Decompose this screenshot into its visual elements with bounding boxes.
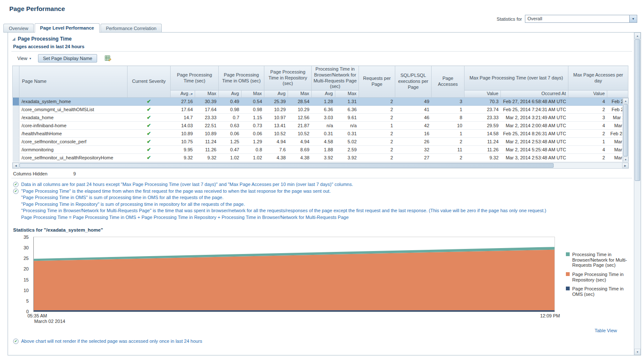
table-cell: 2 — [359, 98, 395, 106]
row-selector[interactable] — [13, 106, 19, 114]
row-selector[interactable] — [13, 130, 19, 138]
y-tick-label: 15 — [24, 277, 29, 282]
col-header-occurred-at[interactable]: Occurred At — [501, 90, 568, 98]
info-note: Page Processing Time = Page Processing T… — [21, 214, 634, 221]
panel-vertical-scrollbar[interactable]: ▲ ▼ — [634, 33, 641, 355]
table-cell: 30.39 — [195, 98, 219, 106]
scroll-up-icon[interactable]: ▲ — [623, 98, 628, 104]
table-cell: 11.26 — [465, 146, 501, 154]
table-row[interactable]: /core_omsmgmt_ui_healthOMSList✔17.6417.6… — [13, 106, 628, 114]
x-axis-label-start: 05:35 AM — [27, 313, 47, 318]
table-row[interactable]: /core-infiniband-home✔14.0322.510.630.73… — [13, 122, 628, 130]
table-row[interactable]: /exadata_system_home✔27.1630.390.490.542… — [13, 98, 628, 106]
col-group-ppt-browser[interactable]: Processing Time in Browser/Network for M… — [312, 66, 359, 90]
row-selector[interactable] — [13, 122, 19, 130]
tab-overview[interactable]: Overview — [3, 24, 34, 32]
chevron-down-icon[interactable]: ▼ — [629, 15, 637, 22]
scroll-down-icon[interactable]: ▼ — [623, 157, 628, 162]
scrollbar-thumb[interactable] — [19, 163, 554, 168]
table-horizontal-scrollbar[interactable]: ◀ ▶ — [12, 162, 629, 169]
row-selector[interactable] — [13, 114, 19, 122]
col-header-page-name[interactable]: Page Name — [19, 66, 128, 98]
col-header-requests-per-page[interactable]: Requests per Page — [359, 66, 395, 98]
severity-cell: ✔ — [128, 114, 171, 122]
col-header-avg[interactable]: Avg — [312, 90, 335, 98]
section-title: Page Processing Time — [18, 36, 72, 42]
set-page-display-name-button[interactable]: Set Page Display Name — [38, 54, 98, 63]
table-cell: 23.74 — [465, 106, 501, 114]
chevron-down-icon: ▾ — [30, 57, 31, 60]
tab-page-level-performance[interactable]: Page Level Performance — [35, 23, 100, 33]
y-tick-label: 20 — [24, 266, 29, 271]
table-row[interactable]: /core_selfmonitor_console_perf✔10.7511.2… — [13, 138, 628, 146]
col-header-max[interactable]: Max — [195, 90, 219, 98]
note-text: Page Processing Time = Page Processing T… — [21, 214, 349, 221]
col-header-avg-sorted[interactable]: Avg▵▾ — [171, 90, 195, 98]
col-header-max[interactable]: Max — [242, 90, 264, 98]
legend-swatch — [566, 272, 570, 276]
sort-icons[interactable]: ▵▾ — [189, 91, 193, 96]
table-cell: Mar 2, 2014 5:25:48 AM UTC — [501, 146, 568, 154]
columns-hidden-value: 9 — [73, 171, 76, 176]
table-cell: 11.26 — [195, 146, 219, 154]
col-header-current-severity[interactable]: Current Severity — [128, 66, 171, 98]
table-cell: 17.64 — [171, 106, 195, 114]
table-cell: 27.16 — [171, 98, 195, 106]
table-cell: 26 — [395, 138, 432, 146]
row-selector[interactable] — [13, 146, 19, 154]
scroll-up-icon[interactable]: ▲ — [634, 33, 641, 39]
info-note: ✔"Page Processing Time" is the elapsed t… — [13, 188, 634, 195]
info-note: "Page Processing Time in OMS" is sum of … — [21, 194, 634, 201]
table-cell: 22.51 — [195, 122, 219, 130]
sort-descending-icon[interactable]: ▾ — [191, 92, 193, 96]
table-cell: 1.28 — [312, 98, 335, 106]
table-cell: 2 — [359, 106, 395, 114]
table-row[interactable]: /iormmonitoring✔9.9511.260.470.87.68.691… — [13, 146, 628, 154]
view-menu-button[interactable]: View ▾ — [16, 55, 33, 62]
row-selector[interactable] — [13, 154, 19, 162]
table-row[interactable]: /exadata_home✔14.723.330.71.1510.9712.56… — [13, 114, 628, 122]
col-header-max[interactable]: Max — [335, 90, 359, 98]
table-cell: 2 — [432, 138, 465, 146]
page-title: Page Performance — [9, 5, 65, 12]
col-header-value[interactable]: Value — [465, 90, 501, 98]
col-header-avg[interactable]: Avg — [264, 90, 288, 98]
table-cell: 9.32 — [195, 154, 219, 162]
scrollbar-thumb[interactable] — [623, 104, 628, 156]
statistics-for-select[interactable]: Overall ▼ — [525, 15, 637, 23]
table-cell: 10.52 — [288, 130, 312, 138]
table-cell: 4.58 — [312, 138, 335, 146]
info-check-icon: ✔ — [13, 182, 19, 187]
col-group-ppt-repository[interactable]: Page Processing Time in Repository (sec) — [264, 66, 312, 90]
col-group-ppt-oms[interactable]: Page Processing Time in OMS (sec) — [219, 66, 264, 90]
collapse-triangle-icon[interactable]: ◢ — [12, 37, 15, 41]
table-vertical-scrollbar[interactable]: ▲ ▼ — [622, 98, 629, 162]
table-cell: 28.54 — [288, 98, 312, 106]
scrollbar-thumb[interactable] — [635, 39, 640, 181]
page-name-cell: /health/healthHome — [19, 130, 128, 138]
table-row[interactable]: /core_selfmonitor_ui_healthRepositoryHom… — [13, 154, 628, 162]
page-name-cell: /core_selfmonitor_ui_healthRepositoryHom… — [19, 154, 128, 162]
col-header-max[interactable]: Max — [288, 90, 312, 98]
table-cell: 0.7 — [219, 114, 242, 122]
col-header-sql-executions[interactable]: SQL/PLSQL executions per Page — [395, 66, 432, 98]
scroll-right-icon[interactable]: ▶ — [622, 163, 628, 168]
col-header-page-accesses[interactable]: Page Accesses — [432, 66, 465, 98]
table-view-link[interactable]: Table View — [595, 328, 617, 333]
severity-cell: ✔ — [128, 146, 171, 154]
row-selector[interactable] — [13, 98, 19, 106]
col-header-avg[interactable]: Avg — [219, 90, 242, 98]
col-header-value[interactable]: Value — [568, 90, 607, 98]
table-cell: 1 — [568, 138, 607, 146]
col-group-max-ppt[interactable]: Max Page Processing Time (over last 7 da… — [465, 66, 568, 90]
scroll-down-icon[interactable]: ▼ — [634, 349, 641, 355]
ok-status-icon: ✔ — [147, 98, 151, 104]
table-row[interactable]: /health/healthHome✔10.8910.890.060.0610.… — [13, 130, 628, 138]
chart: 05101520253035 05:35 AM 12:09 PM March 0… — [13, 237, 634, 325]
row-selector[interactable] — [13, 138, 19, 146]
scroll-left-icon[interactable]: ◀ — [13, 163, 19, 168]
tab-performance-correlation[interactable]: Performance Correlation — [101, 24, 162, 32]
col-group-max-page-accesses[interactable]: Max Page Accesses per day — [568, 66, 628, 90]
export-icon[interactable] — [105, 55, 111, 62]
col-group-page-processing-time[interactable]: Page Processing Time (sec) — [171, 66, 219, 90]
